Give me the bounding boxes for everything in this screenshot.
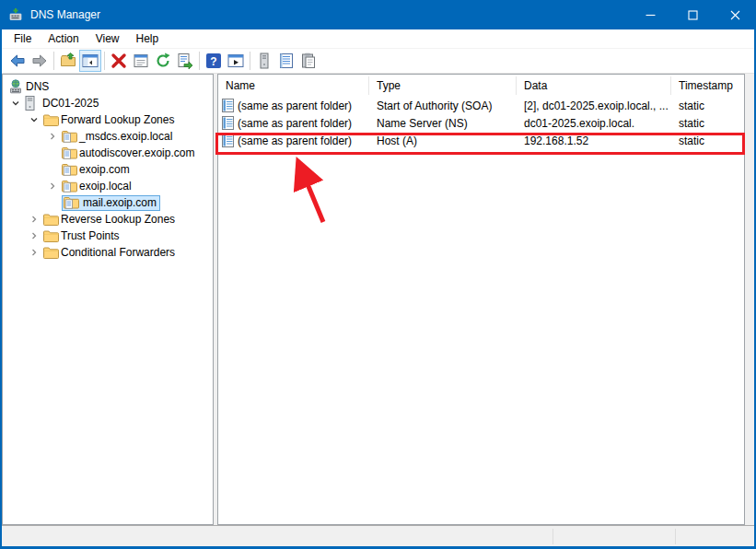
server-icon bbox=[25, 96, 41, 111]
delete-button[interactable] bbox=[108, 50, 130, 72]
refresh-button[interactable] bbox=[152, 50, 174, 72]
forward-icon bbox=[30, 52, 49, 70]
dns-record-icon bbox=[222, 134, 234, 147]
record-list-pane[interactable]: Name Type Data Timestamp (same as parent… bbox=[217, 74, 745, 525]
new-window-icon bbox=[227, 52, 245, 70]
toolbar: ? bbox=[2, 49, 754, 74]
record-type: Name Server (NS) bbox=[369, 117, 517, 130]
column-header-type[interactable]: Type bbox=[369, 76, 517, 95]
chevron-down-icon[interactable] bbox=[25, 115, 43, 124]
console-tree-toggle-button[interactable] bbox=[79, 50, 101, 72]
record-list-icon bbox=[277, 52, 296, 70]
record-name: (same as parent folder) bbox=[238, 134, 352, 147]
column-header-timestamp[interactable]: Timestamp bbox=[671, 76, 744, 95]
folder-icon bbox=[43, 114, 60, 126]
svg-text:?: ? bbox=[210, 55, 216, 68]
menu-view[interactable]: View bbox=[87, 29, 128, 48]
menubar: File Action View Help bbox=[2, 29, 754, 49]
list-header: Name Type Data Timestamp bbox=[218, 75, 744, 97]
zone-folder-icon bbox=[62, 163, 78, 176]
record-row-ns[interactable]: (same as parent folder) Name Server (NS)… bbox=[218, 114, 744, 132]
column-header-data[interactable]: Data bbox=[517, 76, 671, 95]
chevron-right-icon[interactable] bbox=[43, 132, 62, 141]
record-data: 192.168.1.52 bbox=[517, 134, 671, 147]
record-name: (same as parent folder) bbox=[238, 117, 352, 130]
statusbar-divider bbox=[552, 529, 553, 544]
record-row-soa[interactable]: (same as parent folder) Start of Authori… bbox=[218, 97, 744, 114]
paste-button[interactable] bbox=[297, 50, 320, 72]
maximize-button[interactable] bbox=[671, 0, 714, 29]
dns-record-icon bbox=[222, 116, 234, 130]
export-list-icon bbox=[176, 52, 194, 70]
zone-folder-icon bbox=[62, 180, 78, 193]
show-parent-button[interactable] bbox=[57, 50, 79, 72]
server-status-button[interactable] bbox=[253, 50, 275, 72]
chevron-right-icon[interactable] bbox=[25, 231, 43, 240]
minimize-icon bbox=[646, 10, 656, 20]
chevron-down-icon[interactable] bbox=[6, 99, 25, 108]
folder-icon bbox=[43, 247, 60, 259]
record-timestamp: static bbox=[671, 117, 744, 130]
tree-item-forward-lookup-zones[interactable]: Forward Lookup Zones bbox=[3, 111, 213, 128]
tree-item-dc01-2025[interactable]: DC01-2025 bbox=[3, 95, 213, 111]
tree-item-label: exoip.local bbox=[79, 180, 132, 193]
record-list-button[interactable] bbox=[275, 50, 297, 72]
menu-action[interactable]: Action bbox=[40, 29, 87, 48]
tree-item-autodiscover-exoip-com[interactable]: autodiscover.exoip.com bbox=[3, 145, 213, 161]
tree-item-conditional-forwarders[interactable]: Conditional Forwarders bbox=[3, 244, 213, 261]
record-timestamp: static bbox=[671, 99, 744, 112]
tree-item-label: Conditional Forwarders bbox=[61, 246, 175, 259]
properties-icon bbox=[132, 52, 150, 70]
tree-item-msdcs-exoip-local[interactable]: _msdcs.exoip.local bbox=[3, 128, 213, 145]
record-row-host-a[interactable]: (same as parent folder) Host (A) 192.168… bbox=[218, 132, 744, 149]
titlebar[interactable]: DNS Manager bbox=[0, 0, 756, 29]
app-body: File Action View Help bbox=[2, 29, 754, 546]
toolbar-separator bbox=[104, 52, 105, 70]
console-tree-pane[interactable]: DNS DC01-2025 bbox=[2, 74, 214, 525]
back-button[interactable] bbox=[6, 50, 29, 72]
record-data: [2], dc01-2025.exoip.local., ... bbox=[517, 99, 671, 112]
tree-item-exoip-com[interactable]: exoip.com bbox=[3, 161, 213, 178]
new-window-button[interactable] bbox=[225, 50, 247, 72]
main-area: DNS DC01-2025 bbox=[2, 74, 754, 525]
minimize-button[interactable] bbox=[629, 0, 671, 29]
selected-tree-item[interactable]: mail.exoip.com bbox=[62, 195, 160, 211]
properties-button[interactable] bbox=[130, 50, 152, 72]
toolbar-separator bbox=[199, 52, 200, 70]
zone-folder-icon bbox=[62, 146, 78, 159]
column-header-name[interactable]: Name bbox=[218, 76, 369, 95]
menu-file[interactable]: File bbox=[6, 29, 40, 48]
dns-root-icon bbox=[8, 79, 25, 94]
help-icon: ? bbox=[205, 53, 222, 69]
help-button[interactable]: ? bbox=[203, 50, 225, 72]
tree-item-label: exoip.com bbox=[79, 163, 130, 176]
paste-icon bbox=[299, 52, 318, 70]
folder-icon bbox=[43, 214, 60, 226]
toolbar-separator bbox=[250, 52, 250, 70]
forward-button[interactable] bbox=[29, 50, 51, 72]
record-name: (same as parent folder) bbox=[238, 99, 352, 112]
window-title: DNS Manager bbox=[30, 8, 100, 21]
toolbar-separator bbox=[53, 52, 54, 70]
tree-item-trust-points[interactable]: Trust Points bbox=[3, 228, 213, 244]
tree-item-dns[interactable]: DNS bbox=[3, 78, 213, 95]
close-button[interactable] bbox=[714, 0, 756, 29]
export-list-button[interactable] bbox=[174, 50, 196, 72]
tree-item-label: Reverse Lookup Zones bbox=[61, 213, 175, 226]
server-icon bbox=[255, 52, 273, 70]
chevron-right-icon[interactable] bbox=[43, 181, 62, 191]
chevron-right-icon[interactable] bbox=[25, 248, 43, 257]
tree-item-exoip-local[interactable]: exoip.local bbox=[3, 178, 213, 194]
tree-item-label: _msdcs.exoip.local bbox=[79, 130, 172, 143]
record-data: dc01-2025.exoip.local. bbox=[517, 117, 671, 130]
tree-item-label: mail.exoip.com bbox=[83, 196, 157, 209]
chevron-right-icon[interactable] bbox=[25, 215, 43, 224]
tree-item-reverse-lookup-zones[interactable]: Reverse Lookup Zones bbox=[3, 211, 213, 228]
back-icon bbox=[8, 52, 27, 70]
tree-item-mail-exoip-com[interactable]: mail.exoip.com bbox=[3, 194, 213, 211]
folder-icon bbox=[43, 230, 60, 242]
statusbar-divider bbox=[675, 529, 676, 544]
menu-help[interactable]: Help bbox=[128, 29, 168, 48]
statusbar bbox=[2, 525, 754, 546]
tree-item-label: Trust Points bbox=[61, 229, 120, 242]
